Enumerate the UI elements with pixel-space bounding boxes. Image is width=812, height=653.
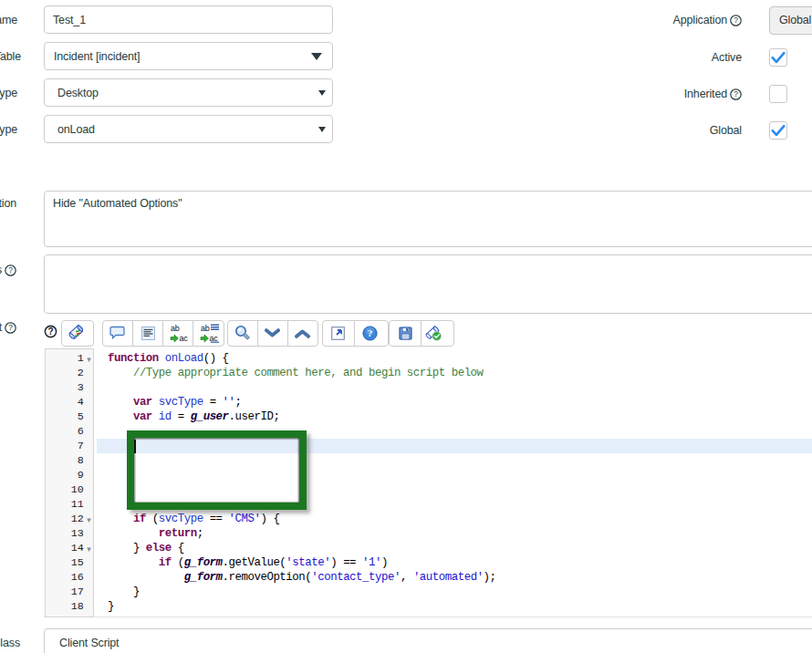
svg-text:?: ? xyxy=(368,327,372,338)
svg-text:?: ? xyxy=(8,323,13,332)
svg-text:?: ? xyxy=(734,16,738,25)
svg-text:?: ? xyxy=(734,89,738,98)
svg-text:?: ? xyxy=(48,326,54,337)
svg-text:ab: ab xyxy=(201,324,210,333)
svg-text:?: ? xyxy=(8,265,13,275)
svg-text:ac: ac xyxy=(180,334,189,343)
svg-text:ab: ab xyxy=(171,324,180,333)
